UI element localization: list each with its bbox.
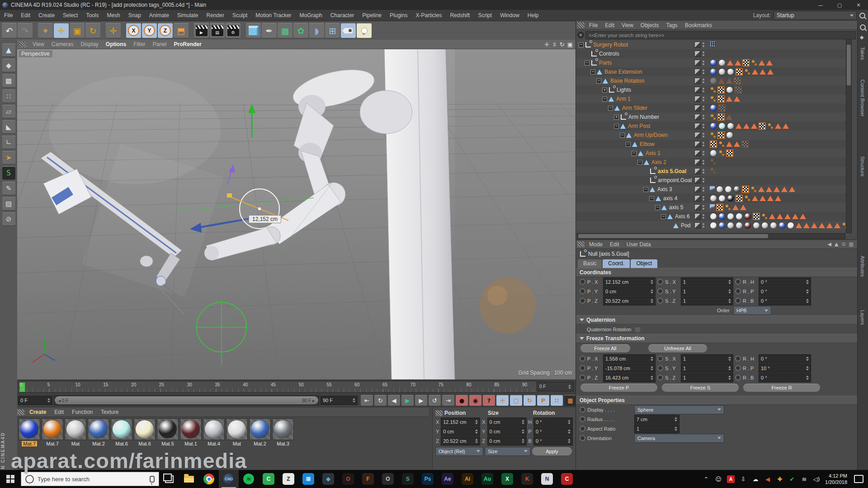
visibility-toggles[interactable]: [694, 123, 704, 129]
object-tree-vscrollbar[interactable]: [846, 39, 852, 233]
radio-icon[interactable]: [735, 356, 741, 361]
spinner-icon[interactable]: [649, 299, 653, 303]
protection-tag-icon[interactable]: [736, 195, 743, 202]
sphere-gray-tag-icon[interactable]: [736, 222, 743, 229]
selection-tag-icon[interactable]: [736, 123, 742, 129]
frame-range-slider[interactable]: ◂ 0 F 90 F ▸: [54, 395, 319, 405]
sphere-cyan-tag-icon[interactable]: [718, 122, 726, 130]
protection-tag-icon[interactable]: [717, 113, 725, 121]
keyframe-selection-button[interactable]: ?: [483, 395, 495, 406]
constraint-tag-icon[interactable]: [710, 168, 716, 174]
excel-button[interactable]: X: [497, 470, 517, 488]
selection-tag-icon[interactable]: [796, 223, 802, 228]
spinner-icon[interactable]: [805, 357, 809, 361]
selection-tag-icon[interactable]: [767, 69, 774, 75]
selection-tag-icon[interactable]: [743, 123, 750, 129]
tree-row-armpoint-goal[interactable]: armpoint.Goal: [576, 176, 851, 185]
layer-icon[interactable]: [694, 222, 701, 229]
material-menu-function[interactable]: Function: [68, 409, 97, 415]
size-y-field[interactable]: 0 cm: [487, 427, 527, 436]
property-dropdown[interactable]: Sphere: [634, 405, 724, 414]
radio-icon[interactable]: [657, 356, 663, 361]
expander-icon[interactable]: −: [626, 142, 631, 147]
make-editable-button[interactable]: ▲: [2, 43, 15, 56]
protection-tag-icon[interactable]: [717, 95, 725, 103]
selection-tag-icon[interactable]: [726, 96, 732, 102]
texture-mode-button[interactable]: ▩: [2, 74, 15, 87]
tree-row-surgery-robot[interactable]: −Surgery Robot: [576, 40, 851, 49]
selection-tag-icon[interactable]: [740, 205, 746, 210]
menu-help[interactable]: Help: [524, 10, 543, 21]
am-menu-mode[interactable]: Mode: [585, 241, 606, 248]
protection-tag-icon[interactable]: [717, 131, 725, 139]
visibility-dots-icon[interactable]: [703, 151, 704, 155]
material-menu-create[interactable]: Create: [25, 409, 50, 415]
radio-icon[interactable]: [580, 356, 585, 361]
protection-tag-icon[interactable]: [735, 86, 742, 94]
spinner-icon[interactable]: [673, 427, 677, 431]
selection-tag-icon[interactable]: [767, 196, 774, 201]
protection-tag-icon[interactable]: [726, 150, 733, 157]
radio-icon[interactable]: [657, 375, 663, 380]
knife-tag-icon[interactable]: [710, 204, 715, 211]
radio-icon[interactable]: [580, 365, 585, 371]
menu-window[interactable]: Window: [496, 10, 524, 21]
menu-animate[interactable]: Animate: [145, 10, 173, 21]
sphere-dark-tag-icon[interactable]: [733, 186, 741, 193]
camera-menu[interactable]: [341, 23, 356, 38]
selection-tag-icon[interactable]: [758, 187, 764, 192]
selection-tag-icon[interactable]: [792, 214, 798, 219]
radio-icon[interactable]: [580, 288, 585, 294]
expander-icon[interactable]: +: [602, 88, 607, 93]
constraint-tag-icon[interactable]: [751, 60, 757, 66]
spinner-icon[interactable]: [520, 439, 524, 443]
side-tab-layers[interactable]: Layers: [860, 310, 865, 325]
spinner-icon[interactable]: [567, 385, 571, 389]
spinner-icon[interactable]: [649, 375, 653, 380]
expander-icon[interactable]: −: [602, 97, 607, 102]
menu-select[interactable]: Select: [59, 10, 82, 21]
viewport-canvas[interactable]: [17, 49, 576, 380]
notepad-button[interactable]: N: [537, 470, 557, 488]
radio-icon[interactable]: [580, 279, 585, 285]
layer-icon[interactable]: [694, 177, 701, 183]
tree-row-elbow[interactable]: −Elbow: [576, 140, 851, 149]
tree-row-lights[interactable]: +Lights: [576, 85, 851, 94]
viewport-menu-options[interactable]: Options: [102, 41, 130, 47]
freeze-r-h-field[interactable]: 0 °: [759, 354, 811, 363]
constraint-tag-icon[interactable]: [744, 195, 750, 202]
material-item-1[interactable]: Mat.7: [42, 418, 63, 446]
next-frame-button[interactable]: ▶: [415, 395, 427, 406]
camtasia-rec-button[interactable]: C: [557, 470, 577, 488]
layer-icon[interactable]: [694, 123, 701, 129]
tray-onedrive-icon[interactable]: ☁: [752, 476, 759, 483]
subdivision-surface-menu[interactable]: ▦: [278, 23, 292, 38]
radio-icon[interactable]: [580, 435, 585, 441]
model-mode-button[interactable]: ◆: [2, 59, 15, 72]
polygons-mode-button[interactable]: ◣: [2, 120, 15, 133]
spinner-icon[interactable]: [805, 280, 809, 284]
play-backwards-button[interactable]: ↺: [429, 395, 441, 406]
spinner-icon[interactable]: [649, 289, 653, 294]
radio-icon[interactable]: [735, 375, 741, 380]
layer-icon[interactable]: [694, 204, 701, 211]
deformers-menu[interactable]: ◗: [309, 23, 324, 38]
freeze-p-x-field[interactable]: 1.558 cm: [603, 354, 656, 363]
unfreeze-all-button[interactable]: Unfreeze All: [648, 344, 707, 352]
zbrush-button[interactable]: Z: [278, 470, 298, 488]
selection-tag-icon[interactable]: [752, 69, 758, 75]
sphere-black-tag-icon[interactable]: [727, 195, 734, 202]
order-dropdown[interactable]: HPB: [733, 306, 771, 315]
minimize-button[interactable]: —: [811, 0, 830, 10]
material-item-2[interactable]: Mat: [65, 418, 86, 446]
maximize-button[interactable]: ▢: [830, 0, 849, 10]
menu-plugins[interactable]: Plugins: [386, 10, 411, 21]
freeze-all-button[interactable]: Freeze All: [580, 344, 630, 352]
menu-snap[interactable]: Snap: [124, 10, 145, 21]
freeze-p-y-field[interactable]: -15.078 cm: [603, 364, 656, 373]
protection-tag-icon[interactable]: [716, 204, 723, 211]
radio-icon[interactable]: [657, 288, 663, 294]
spinner-icon[interactable]: [649, 366, 653, 371]
panel-drag-handle[interactable]: [577, 241, 585, 247]
redo-icon[interactable]: ↷: [18, 23, 33, 38]
